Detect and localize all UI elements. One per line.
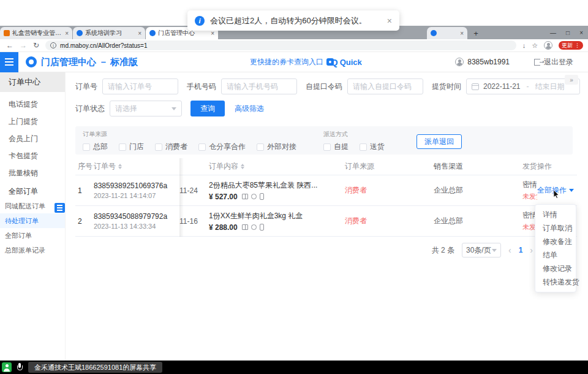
tab-close-icon[interactable]: ×	[138, 30, 141, 37]
checkbox-label: 总部	[93, 142, 108, 152]
tab-close-icon[interactable]: ×	[211, 30, 214, 37]
menu-item-edit-note[interactable]: 修改备注	[535, 235, 576, 248]
new-tab-button[interactable]: +	[470, 28, 481, 39]
logout-button[interactable]: 退出登录	[534, 57, 573, 67]
sort-icon[interactable]	[241, 164, 244, 169]
sidebar-item-member-visit[interactable]: 会员上门	[0, 130, 65, 147]
table-row: 2 83859345088979792a 2023-11-13 14:33:34…	[75, 206, 577, 237]
checkbox-icon[interactable]	[83, 143, 90, 151]
maximize-icon[interactable]: □	[566, 29, 570, 36]
sidebar-section-order-center: 订单中心	[0, 72, 65, 92]
quick-query-link[interactable]: 更快捷的券卡查询入口	[250, 57, 334, 67]
menu-item-settle[interactable]: 结单	[535, 248, 576, 262]
browser-tab-partial[interactable]: ×	[427, 27, 467, 39]
consumer-tag: 消费者	[345, 216, 367, 225]
checkbox-icon[interactable]	[323, 143, 331, 151]
date-range-picker[interactable]: 2022-11-21 - 结束日期	[466, 78, 580, 94]
checkbox-icon[interactable]	[257, 143, 264, 151]
checkbox-icon[interactable]	[119, 143, 126, 151]
app-header: 门店管理中心 － 标准版 更快捷的券卡查询入口 Q Quick 8385wb19…	[0, 52, 588, 72]
forward-icon[interactable]: →	[20, 41, 27, 50]
gift-box-icon	[242, 194, 248, 199]
date-end-placeholder: 结束日期	[535, 82, 565, 92]
browser-tab-2[interactable]: 系统培训学习 ×	[73, 27, 145, 39]
sidebar-item-hq-dispatch-records[interactable]: 总部派单记录	[0, 243, 65, 258]
checkbox-self-pickup[interactable]: 自提	[323, 142, 349, 152]
current-page[interactable]: 1	[519, 246, 523, 254]
browser-toolbar: ← → ↻ i md.maboy.cn/AllOrder?status=1 ↓ …	[0, 39, 588, 52]
sidebar-item-phone-pickup[interactable]: 电话提货	[0, 96, 65, 113]
checkbox-delivery[interactable]: 送货	[360, 142, 385, 152]
browser-tab-1[interactable]: 礼盒营销专业管理中心 ×	[0, 27, 72, 39]
tab-close-icon[interactable]: ×	[65, 30, 69, 37]
toast-close-icon[interactable]: ×	[387, 16, 392, 26]
bookmark-star-icon[interactable]: ☆	[532, 42, 538, 50]
user-account[interactable]: 8385wb1991	[455, 58, 510, 66]
order-status-select[interactable]: 请选择	[110, 101, 182, 116]
tab-favicon	[4, 30, 10, 36]
prev-page-button[interactable]: ‹	[508, 245, 511, 255]
download-icon[interactable]: ↓	[522, 42, 526, 49]
menu-item-cancel-order[interactable]: 订单取消	[535, 221, 576, 235]
menu-item-edit-record[interactable]: 修改记录	[535, 262, 576, 275]
back-icon[interactable]: ←	[6, 41, 13, 50]
dispatch-return-button[interactable]: 派单退回	[417, 134, 462, 149]
checkbox-label: 消费者	[165, 142, 187, 152]
order-no-input[interactable]	[102, 78, 178, 94]
sidebar-group-all-orders[interactable]: 全部订单	[0, 184, 65, 199]
checkbox-external[interactable]: 外部对接	[257, 142, 296, 152]
checkbox-icon[interactable]	[198, 143, 206, 151]
next-page-button[interactable]: ›	[530, 245, 533, 255]
search-button[interactable]: 查询	[190, 101, 225, 116]
order-content-cell: 2份精品大枣85苹果礼盒装 陕西... ¥ 527.00	[209, 180, 345, 201]
phone-input[interactable]	[221, 78, 297, 94]
menu-item-details[interactable]: 详情	[535, 208, 576, 221]
checkbox-consumer[interactable]: 消费者	[155, 142, 187, 152]
sidebar-item-all-orders[interactable]: 全部订单	[0, 228, 65, 243]
all-actions-dropdown-trigger[interactable]: 全部操作	[537, 185, 577, 196]
window-close-icon[interactable]: ×	[579, 29, 583, 36]
quick-label: Quick	[340, 58, 362, 67]
sales-channel-cell: 企业总部	[434, 185, 522, 196]
header-content[interactable]: 订单内容	[209, 161, 345, 172]
sort-icon[interactable]	[118, 164, 122, 169]
site-info-icon[interactable]: i	[50, 42, 56, 48]
hamburger-menu-button[interactable]	[0, 52, 18, 72]
meeting-toast: i 会议已超过2人，自动转为60分钟限时会议。 ×	[187, 10, 399, 31]
order-source-panel: 订单来源 总部 门店 消费者 仓分享合作 外部对接 派送方式 自提 送货 派单退…	[75, 126, 573, 155]
sidebar-quick-toggle-button[interactable]	[55, 203, 65, 213]
reload-icon[interactable]: ↻	[33, 41, 39, 50]
sidebar-item-card-pickup[interactable]: 卡包提货	[0, 147, 65, 164]
sidebar-item-door-pickup[interactable]: 上门提货	[0, 113, 65, 130]
service-icon	[251, 224, 257, 230]
checkbox-hq[interactable]: 总部	[83, 142, 108, 152]
pickup-code-input[interactable]	[347, 78, 423, 94]
sidebar-item-batch-verify[interactable]: 批量核销	[0, 164, 65, 181]
profile-avatar-icon[interactable]	[544, 41, 552, 50]
ship-status-line2: 未发货	[522, 192, 537, 201]
checkbox-icon[interactable]	[155, 143, 162, 151]
order-source-group-label: 订单来源	[83, 130, 307, 139]
checkbox-share-coop[interactable]: 仓分享合作	[198, 142, 246, 152]
checkbox-icon[interactable]	[360, 143, 367, 151]
order-price: ¥ 527.00	[209, 193, 238, 201]
header-order-no[interactable]: 订单号	[94, 161, 179, 172]
tab-close-icon[interactable]: ×	[460, 30, 464, 37]
chevron-down-icon	[492, 249, 497, 252]
advanced-filter-link[interactable]: 高级筛选	[235, 104, 264, 114]
menu-dots-icon[interactable]: ⋮	[575, 42, 580, 48]
page-size-select[interactable]: 30条/页	[462, 243, 501, 258]
date-separator: -	[527, 82, 529, 91]
order-no: 83859389251069376a	[94, 181, 179, 190]
address-bar[interactable]: i md.maboy.cn/AllOrder?status=1	[45, 40, 516, 50]
sidebar-item-pending-orders[interactable]: 待处理订单	[0, 213, 65, 228]
chrome-update-button[interactable]: 更新 ⋮	[559, 41, 583, 50]
menu-item-express-ship[interactable]: 转快递发货	[535, 275, 576, 289]
collapse-panel-button[interactable]: »	[565, 75, 578, 85]
checkbox-store[interactable]: 门店	[119, 142, 144, 152]
toast-message: 会议已超过2人，自动转为60分钟限时会议。	[210, 15, 382, 26]
order-source-cell: 消费者	[345, 185, 434, 196]
sales-channel-cell: 企业总部	[434, 216, 522, 226]
minimize-icon[interactable]: —	[550, 29, 556, 36]
quick-brand[interactable]: Q Quick	[331, 57, 362, 67]
